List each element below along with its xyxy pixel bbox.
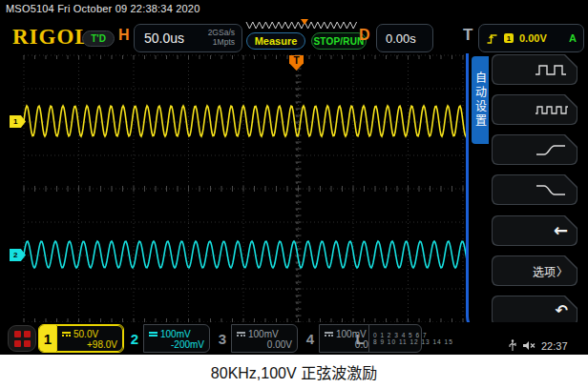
- dc-coupling-icon: [325, 332, 333, 337]
- dc-coupling-icon: [237, 332, 245, 337]
- channel1-status[interactable]: 1 50.0V +98.0V: [38, 324, 124, 353]
- menu-title-tab: 自动设置: [472, 56, 489, 144]
- speaker-muted-icon: [522, 340, 536, 351]
- digital-channels-status[interactable]: L 0 1 2 3 4 5 6 7 8 9 10 11 12 13 14 15: [351, 324, 422, 353]
- clock-time: 22:37: [541, 340, 568, 352]
- logic-label: L: [351, 324, 368, 353]
- channel3-scale: 100mV: [248, 329, 279, 340]
- oscilloscope-screenshot-figure: MSO5104 Fri October 09 22:38:34 2020 RIG…: [0, 0, 588, 388]
- channel1-number: 1: [39, 325, 56, 352]
- menu-grid-icon: [14, 331, 31, 347]
- chevron-right-icon: 〉: [556, 263, 568, 279]
- channel1-scale: 50.0V: [74, 329, 98, 340]
- channel2-status[interactable]: 2 100mV -200mV: [126, 324, 210, 353]
- softkey-falling-edge[interactable]: [492, 174, 578, 205]
- digital-row-8-15: 8 9 10 11 12 13 14 15: [373, 338, 417, 345]
- system-status-icons: 22:37: [508, 339, 568, 352]
- softkey-back[interactable]: ←: [492, 215, 578, 246]
- channel2-scale: 100mV: [160, 329, 191, 340]
- channel3-number: 3: [214, 324, 231, 353]
- falling-edge-icon: [534, 182, 568, 197]
- dc-coupling-icon: [62, 332, 71, 337]
- digital-row-0-7: 0 1 2 3 4 5 6 7: [373, 332, 417, 338]
- figure-caption: 80KHz,100V 正弦波激励: [0, 355, 588, 388]
- undo-icon: ↶: [556, 303, 568, 318]
- dc-coupling-icon: [149, 332, 158, 337]
- back-arrow-icon: ←: [554, 222, 568, 239]
- oscilloscope-screen: MSO5104 Fri October 09 22:38:34 2020 RIG…: [0, 0, 588, 355]
- single-pulse-icon: [534, 62, 568, 77]
- channel4-number: 4: [302, 324, 319, 353]
- channel3-offset: 0.00V: [237, 339, 292, 351]
- channel1-offset: +98.0V: [62, 339, 117, 351]
- options-label: 选项: [533, 263, 556, 279]
- channel3-status[interactable]: 3 100mV 0.00V: [214, 324, 298, 353]
- softkey-menu-panel: 自动设置 ← 选项: [466, 53, 588, 336]
- softkey-rising-edge[interactable]: [492, 134, 578, 165]
- channel-status-bar: 1 50.0V +98.0V 2 100mV -200mV 3: [0, 322, 588, 355]
- channel2-number: 2: [126, 324, 143, 353]
- main-menu-button[interactable]: [8, 325, 36, 352]
- softkey-multi-pulse[interactable]: [492, 94, 578, 125]
- channel2-offset: -200mV: [149, 339, 204, 351]
- softkey-options[interactable]: 选项 〉: [492, 255, 578, 286]
- rising-edge-icon: [534, 142, 568, 157]
- usb-icon: [508, 339, 517, 352]
- softkey-single-pulse[interactable]: [492, 54, 578, 85]
- multi-pulse-icon: [534, 102, 568, 117]
